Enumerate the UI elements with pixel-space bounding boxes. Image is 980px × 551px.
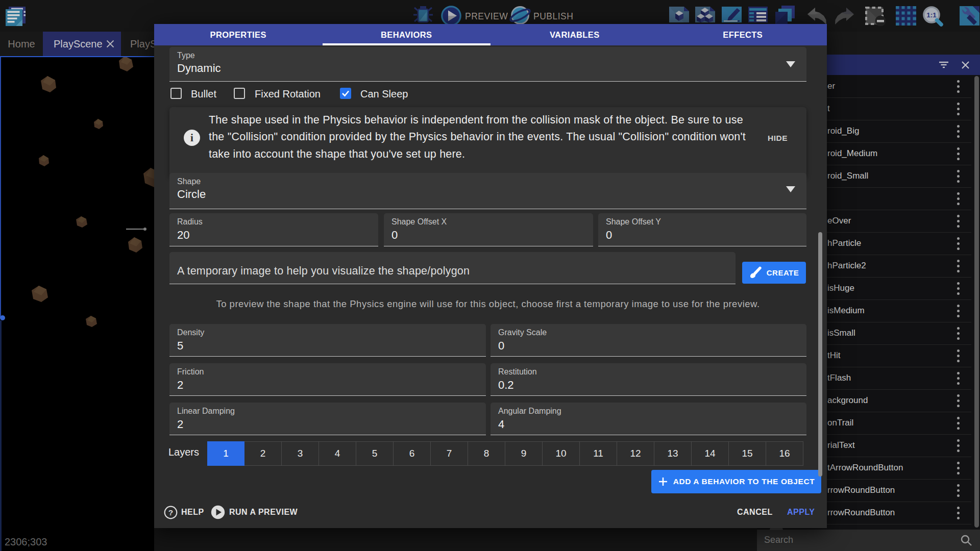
svg-text:1:1: 1:1 [926, 11, 937, 19]
svg-text:?: ? [168, 508, 173, 517]
